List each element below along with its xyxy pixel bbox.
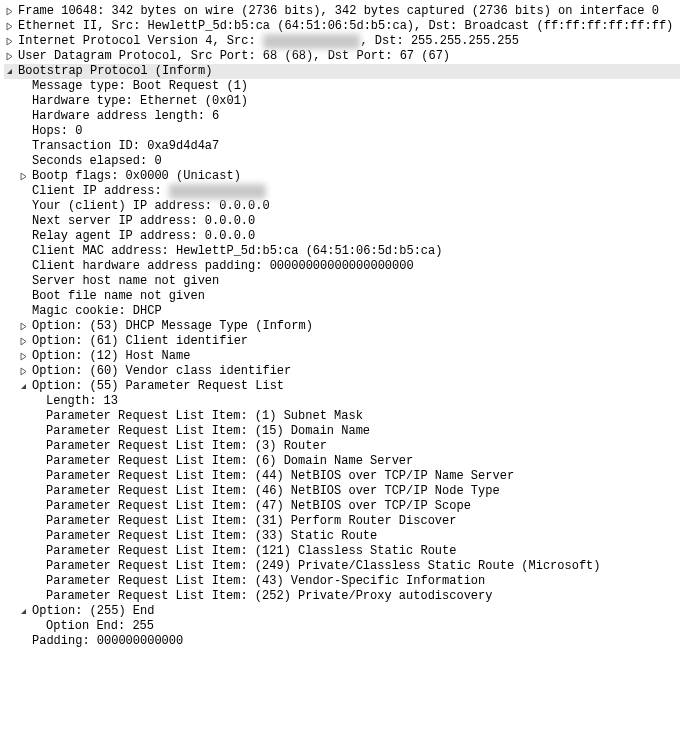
tree-row[interactable]: Client hardware address padding: 0000000… <box>4 259 680 274</box>
expand-icon[interactable] <box>18 367 28 377</box>
tree-row[interactable]: Option: (255) End <box>4 604 680 619</box>
tree-row[interactable]: Parameter Request List Item: (3) Router <box>4 439 680 454</box>
row-label: Relay agent IP address: 0.0.0.0 <box>32 229 255 244</box>
tree-row[interactable]: Internet Protocol Version 4, Src: XXX.X.… <box>4 34 680 49</box>
row-label: Parameter Request List Item: (3) Router <box>46 439 327 454</box>
collapse-icon[interactable] <box>18 607 28 617</box>
tree-row[interactable]: Parameter Request List Item: (44) NetBIO… <box>4 469 680 484</box>
row-label: Option: (60) Vendor class identifier <box>32 364 291 379</box>
row-label: Client MAC address: HewlettP_5d:b5:ca (6… <box>32 244 442 259</box>
row-label: Hardware type: Ethernet (0x01) <box>32 94 248 109</box>
tree-row[interactable]: Parameter Request List Item: (121) Class… <box>4 544 680 559</box>
expand-icon[interactable] <box>4 22 14 32</box>
tree-row[interactable]: Message type: Boot Request (1) <box>4 79 680 94</box>
collapse-icon[interactable] <box>4 67 14 77</box>
expand-icon[interactable] <box>18 337 28 347</box>
packet-details-tree: Frame 10648: 342 bytes on wire (2736 bit… <box>4 4 680 649</box>
row-label: Next server IP address: 0.0.0.0 <box>32 214 255 229</box>
row-label: Parameter Request List Item: (47) NetBIO… <box>46 499 471 514</box>
tree-row[interactable]: Your (client) IP address: 0.0.0.0 <box>4 199 680 214</box>
tree-row[interactable]: Parameter Request List Item: (46) NetBIO… <box>4 484 680 499</box>
row-label: Option: (255) End <box>32 604 154 619</box>
row-label: Parameter Request List Item: (1) Subnet … <box>46 409 363 424</box>
tree-row[interactable]: Padding: 000000000000 <box>4 634 680 649</box>
toggle-slot <box>4 37 18 47</box>
tree-row[interactable]: Parameter Request List Item: (43) Vendor… <box>4 574 680 589</box>
tree-row[interactable]: Seconds elapsed: 0 <box>4 154 680 169</box>
collapse-icon[interactable] <box>18 382 28 392</box>
tree-row[interactable]: Parameter Request List Item: (1) Subnet … <box>4 409 680 424</box>
row-label: Parameter Request List Item: (249) Priva… <box>46 559 601 574</box>
expand-icon[interactable] <box>18 352 28 362</box>
expand-icon[interactable] <box>4 7 14 17</box>
tree-row[interactable]: Parameter Request List Item: (31) Perfor… <box>4 514 680 529</box>
tree-row[interactable]: Option: (60) Vendor class identifier <box>4 364 680 379</box>
row-label: Option: (61) Client identifier <box>32 334 248 349</box>
tree-row[interactable]: Client IP address: XXX.X.XXX.XXX <box>4 184 680 199</box>
row-label: Hardware address length: 6 <box>32 109 219 124</box>
row-label: Your (client) IP address: 0.0.0.0 <box>32 199 270 214</box>
toggle-slot <box>18 322 32 332</box>
row-label: Length: 13 <box>46 394 118 409</box>
toggle-slot <box>4 22 18 32</box>
tree-row[interactable]: Bootp flags: 0x0000 (Unicast) <box>4 169 680 184</box>
row-label: Parameter Request List Item: (46) NetBIO… <box>46 484 500 499</box>
row-label: Bootp flags: 0x0000 (Unicast) <box>32 169 241 184</box>
tree-row[interactable]: Magic cookie: DHCP <box>4 304 680 319</box>
tree-row[interactable]: Parameter Request List Item: (252) Priva… <box>4 589 680 604</box>
tree-row[interactable]: Parameter Request List Item: (249) Priva… <box>4 559 680 574</box>
toggle-slot <box>4 7 18 17</box>
redacted-ip: XXX.X.XXX.XXX <box>263 34 361 49</box>
tree-row[interactable]: Option: (61) Client identifier <box>4 334 680 349</box>
tree-row[interactable]: Server host name not given <box>4 274 680 289</box>
expand-icon[interactable] <box>4 37 14 47</box>
row-label: Client hardware address padding: 0000000… <box>32 259 414 274</box>
tree-row[interactable]: Option: (53) DHCP Message Type (Inform) <box>4 319 680 334</box>
toggle-slot <box>18 352 32 362</box>
expand-icon[interactable] <box>18 172 28 182</box>
expand-icon[interactable] <box>4 52 14 62</box>
row-label: Bootstrap Protocol (Inform) <box>18 64 212 79</box>
row-label: Parameter Request List Item: (6) Domain … <box>46 454 413 469</box>
row-label: Message type: Boot Request (1) <box>32 79 248 94</box>
tree-row[interactable]: Bootstrap Protocol (Inform) <box>4 64 680 79</box>
redacted-ip: XXX.X.XXX.XXX <box>169 184 267 199</box>
tree-row[interactable]: Option End: 255 <box>4 619 680 634</box>
tree-row[interactable]: Client MAC address: HewlettP_5d:b5:ca (6… <box>4 244 680 259</box>
tree-row[interactable]: Relay agent IP address: 0.0.0.0 <box>4 229 680 244</box>
row-label-after: , Dst: 255.255.255.255 <box>360 34 518 49</box>
row-label: Seconds elapsed: 0 <box>32 154 162 169</box>
tree-row[interactable]: Next server IP address: 0.0.0.0 <box>4 214 680 229</box>
tree-row[interactable]: Option: (55) Parameter Request List <box>4 379 680 394</box>
tree-row[interactable]: Parameter Request List Item: (33) Static… <box>4 529 680 544</box>
tree-row[interactable]: Parameter Request List Item: (6) Domain … <box>4 454 680 469</box>
row-label: Parameter Request List Item: (121) Class… <box>46 544 456 559</box>
row-label: Client IP address: <box>32 184 169 199</box>
row-label: Parameter Request List Item: (252) Priva… <box>46 589 492 604</box>
row-label: Internet Protocol Version 4, Src: <box>18 34 263 49</box>
toggle-slot <box>18 607 32 617</box>
tree-row[interactable]: Parameter Request List Item: (15) Domain… <box>4 424 680 439</box>
row-label: Parameter Request List Item: (15) Domain… <box>46 424 370 439</box>
row-label: Boot file name not given <box>32 289 205 304</box>
tree-row[interactable]: Hardware address length: 6 <box>4 109 680 124</box>
row-label: User Datagram Protocol, Src Port: 68 (68… <box>18 49 450 64</box>
tree-row[interactable]: Boot file name not given <box>4 289 680 304</box>
tree-row[interactable]: User Datagram Protocol, Src Port: 68 (68… <box>4 49 680 64</box>
row-label: Hops: 0 <box>32 124 82 139</box>
toggle-slot <box>18 382 32 392</box>
tree-row[interactable]: Hops: 0 <box>4 124 680 139</box>
tree-row[interactable]: Parameter Request List Item: (47) NetBIO… <box>4 499 680 514</box>
expand-icon[interactable] <box>18 322 28 332</box>
row-label: Parameter Request List Item: (43) Vendor… <box>46 574 485 589</box>
row-label: Magic cookie: DHCP <box>32 304 162 319</box>
row-label: Parameter Request List Item: (44) NetBIO… <box>46 469 514 484</box>
tree-row[interactable]: Hardware type: Ethernet (0x01) <box>4 94 680 109</box>
tree-row[interactable]: Transaction ID: 0xa9d4d4a7 <box>4 139 680 154</box>
tree-row[interactable]: Length: 13 <box>4 394 680 409</box>
tree-row[interactable]: Ethernet II, Src: HewlettP_5d:b5:ca (64:… <box>4 19 680 34</box>
tree-row[interactable]: Option: (12) Host Name <box>4 349 680 364</box>
tree-row[interactable]: Frame 10648: 342 bytes on wire (2736 bit… <box>4 4 680 19</box>
row-label: Server host name not given <box>32 274 219 289</box>
row-label: Option: (12) Host Name <box>32 349 190 364</box>
